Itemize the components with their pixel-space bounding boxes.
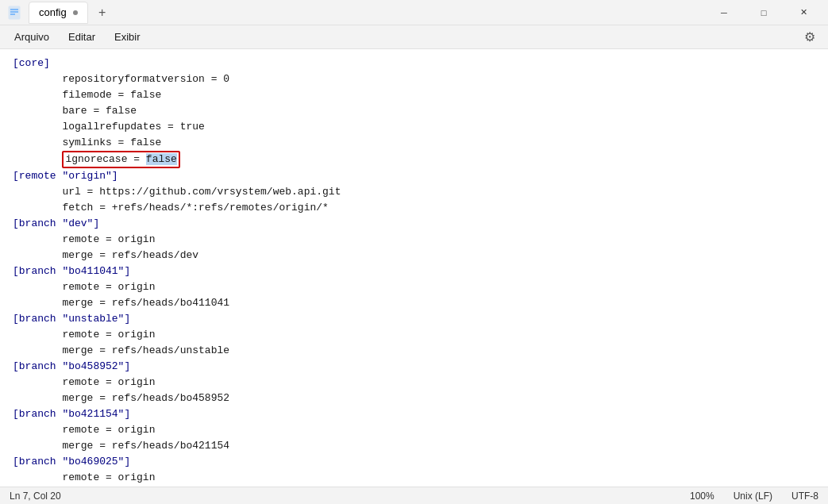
settings-icon[interactable]: ⚙ (798, 25, 822, 49)
highlight-value: false (146, 153, 177, 165)
status-right: 100% Unix (LF) UTF-8 (690, 491, 818, 502)
code-line: [branch "bo458952"] (0, 359, 828, 375)
code-line: symlinks = false (0, 135, 828, 151)
maximize-button[interactable]: □ (745, 0, 782, 25)
code-line: remote = origin (0, 470, 828, 486)
tab-title: config (39, 6, 67, 18)
minimize-button[interactable]: ─ (706, 0, 742, 25)
code-line: filemode = false (0, 87, 828, 103)
code-line: remote = origin (0, 327, 828, 343)
status-bar: Ln 7, Col 20 100% Unix (LF) UTF-8 (0, 487, 828, 504)
code-line: logallrefupdates = true (0, 119, 828, 135)
tab-modified-dot (73, 10, 78, 15)
code-line: merge = refs/heads/unstable (0, 343, 828, 359)
code-line: remote = origin (0, 279, 828, 295)
menu-arquivo[interactable]: Arquivo (6, 28, 57, 46)
code-line: merge = refs/heads/bo469025 (0, 486, 828, 487)
tab-area: config + (29, 2, 114, 24)
window-controls: ─ □ ✕ (706, 0, 822, 25)
code-line: [branch "bo421154"] (0, 406, 828, 422)
app-icon (6, 5, 22, 21)
code-line: bare = false (0, 103, 828, 119)
menu-exibir[interactable]: Exibir (106, 28, 148, 46)
add-tab-button[interactable]: + (91, 2, 114, 24)
editor-area: [core] repositoryformatversion = 0 filem… (0, 49, 828, 487)
line-ending: Unix (LF) (734, 491, 772, 502)
zoom-level: 100% (690, 491, 714, 502)
code-line: ignorecase = false (0, 151, 828, 168)
code-line: [branch "bo469025"] (0, 454, 828, 470)
code-line: [branch "unstable"] (0, 311, 828, 327)
code-line: merge = refs/heads/bo421154 (0, 438, 828, 454)
close-button[interactable]: ✕ (785, 0, 822, 25)
config-tab[interactable]: config (29, 2, 88, 24)
code-line: remote = origin (0, 232, 828, 248)
menu-items: Arquivo Editar Exibir (6, 28, 148, 46)
code-line: [branch "bo411041"] (0, 264, 828, 279)
title-bar-left: config + (6, 2, 114, 24)
editor-content[interactable]: [core] repositoryformatversion = 0 filem… (0, 49, 828, 487)
encoding: UTF-8 (791, 491, 818, 502)
code-line: remote = origin (0, 375, 828, 391)
highlight-box: ignorecase = false (62, 151, 179, 168)
menu-bar: Arquivo Editar Exibir ⚙ (0, 25, 828, 49)
code-line: merge = refs/heads/dev (0, 248, 828, 264)
code-line: merge = refs/heads/bo458952 (0, 391, 828, 406)
code-line: [core] (0, 56, 828, 71)
code-line: [remote "origin"] (0, 168, 828, 184)
code-line: merge = refs/heads/bo411041 (0, 295, 828, 311)
cursor-position: Ln 7, Col 20 (10, 491, 61, 502)
code-line: repositoryformatversion = 0 (0, 71, 828, 87)
code-line: fetch = +refs/heads/*:refs/remotes/origi… (0, 200, 828, 216)
code-line: remote = origin (0, 422, 828, 438)
code-line: [branch "dev"] (0, 216, 828, 232)
title-bar: config + ─ □ ✕ (0, 0, 828, 25)
menu-editar[interactable]: Editar (60, 28, 103, 46)
code-line: url = https://github.com/vrsystem/web.ap… (0, 184, 828, 200)
svg-rect-0 (9, 6, 20, 19)
